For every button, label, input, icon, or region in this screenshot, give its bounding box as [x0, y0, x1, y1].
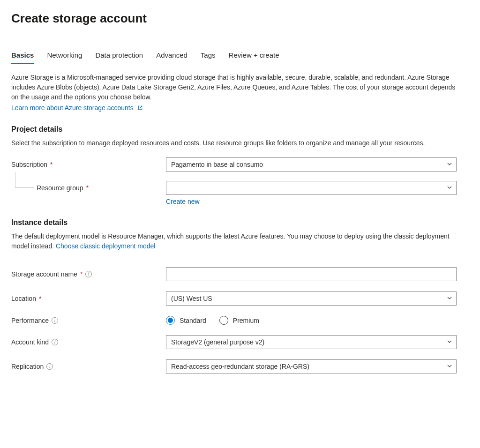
- storage-account-name-row: Storage account name * i: [11, 267, 469, 281]
- account-kind-row: Account kind i StorageV2 (general purpos…: [11, 335, 469, 349]
- tab-networking[interactable]: Networking: [47, 49, 82, 64]
- learn-more-label: Learn more about Azure storage accounts: [11, 104, 134, 112]
- learn-more-link[interactable]: Learn more about Azure storage accounts: [11, 104, 143, 112]
- account-kind-label: Account kind: [11, 338, 49, 346]
- create-new-resource-group-link[interactable]: Create new: [166, 198, 200, 205]
- tab-basics[interactable]: Basics: [11, 49, 34, 64]
- project-details-title: Project details: [11, 125, 469, 134]
- performance-premium-radio[interactable]: Premium: [219, 316, 259, 325]
- intro-text: Azure Storage is a Microsoft-managed ser…: [11, 73, 461, 102]
- info-icon[interactable]: i: [46, 363, 53, 370]
- subscription-value: Pagamento in base al consumo: [171, 161, 263, 168]
- location-select[interactable]: (US) West US: [166, 291, 457, 306]
- performance-radio-group: Standard Premium: [166, 316, 457, 325]
- performance-premium-label: Premium: [233, 317, 259, 324]
- subscription-select[interactable]: Pagamento in base al consumo: [166, 157, 457, 172]
- required-marker: *: [50, 161, 52, 168]
- radio-unselected-icon: [219, 316, 228, 325]
- chevron-down-icon: [447, 161, 452, 168]
- performance-standard-radio[interactable]: Standard: [166, 316, 206, 325]
- resource-group-select[interactable]: [166, 181, 457, 195]
- location-value: (US) West US: [171, 295, 212, 302]
- resource-group-label: Resource group: [37, 184, 83, 192]
- external-link-icon: [137, 105, 143, 112]
- required-marker: *: [39, 295, 41, 302]
- performance-standard-label: Standard: [180, 317, 206, 324]
- account-kind-select[interactable]: StorageV2 (general purpose v2): [166, 335, 457, 349]
- location-row: Location * (US) West US: [11, 291, 469, 306]
- choose-classic-link[interactable]: Choose classic deployment model: [56, 242, 155, 250]
- info-icon[interactable]: i: [52, 317, 58, 324]
- location-label: Location: [11, 295, 36, 302]
- storage-account-name-label: Storage account name: [11, 270, 77, 278]
- info-icon[interactable]: i: [85, 271, 92, 277]
- account-kind-value: StorageV2 (general purpose v2): [171, 338, 264, 346]
- performance-row: Performance i Standard Premium: [11, 316, 469, 325]
- tabs: Basics Networking Data protection Advanc…: [11, 49, 469, 64]
- storage-account-name-input[interactable]: [166, 267, 457, 281]
- chevron-down-icon: [447, 363, 452, 370]
- tab-tags[interactable]: Tags: [201, 49, 216, 64]
- tab-data-protection[interactable]: Data protection: [95, 49, 143, 64]
- replication-value: Read-access geo-redundant storage (RA-GR…: [171, 363, 309, 370]
- chevron-down-icon: [447, 295, 452, 302]
- info-icon[interactable]: i: [52, 339, 58, 345]
- instance-details-desc: The default deployment model is Resource…: [11, 231, 461, 251]
- replication-label: Replication: [11, 363, 44, 370]
- chevron-down-icon: [447, 184, 452, 192]
- page-title: Create storage account: [11, 11, 469, 26]
- performance-label: Performance: [11, 317, 49, 324]
- tree-connector: [15, 172, 34, 188]
- resource-group-row: Resource group *: [11, 181, 469, 195]
- subscription-row: Subscription * Pagamento in base al cons…: [11, 157, 469, 172]
- project-details-desc: Select the subscription to manage deploy…: [11, 138, 461, 148]
- radio-selected-icon: [166, 316, 175, 325]
- subscription-label: Subscription: [11, 161, 47, 168]
- replication-row: Replication i Read-access geo-redundant …: [11, 359, 469, 373]
- required-marker: *: [86, 184, 89, 192]
- tab-advanced[interactable]: Advanced: [156, 49, 188, 64]
- instance-details-title: Instance details: [11, 218, 469, 227]
- chevron-down-icon: [447, 338, 452, 346]
- replication-select[interactable]: Read-access geo-redundant storage (RA-GR…: [166, 359, 457, 373]
- tab-review-create[interactable]: Review + create: [229, 49, 279, 64]
- required-marker: *: [80, 270, 82, 278]
